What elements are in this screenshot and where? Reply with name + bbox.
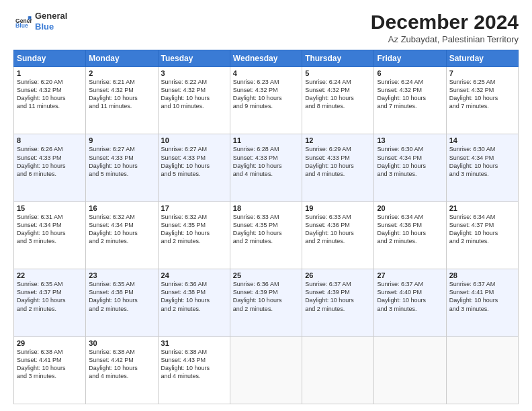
calendar-header-row: SundayMondayTuesdayWednesdayThursdayFrid… [14,50,519,67]
day-number: 23 [89,271,154,279]
calendar-body: 1Sunrise: 6:20 AM Sunset: 4:32 PM Daylig… [14,67,519,404]
day-number: 6 [377,69,443,77]
day-header-monday: Monday [86,50,158,67]
day-header-saturday: Saturday [446,50,518,67]
day-info: Sunrise: 6:32 AM Sunset: 4:35 PM Dayligh… [161,213,227,246]
day-number: 10 [161,136,227,144]
logo: General Blue General Blue [13,11,67,32]
title-block: December 2024 Az Zubaydat, Palestinian T… [371,11,519,44]
calendar-cell: 22Sunrise: 6:35 AM Sunset: 4:37 PM Dayli… [14,269,86,336]
day-info: Sunrise: 6:30 AM Sunset: 4:34 PM Dayligh… [377,145,443,178]
day-number: 25 [233,271,299,279]
day-info: Sunrise: 6:28 AM Sunset: 4:33 PM Dayligh… [233,145,299,178]
day-number: 1 [17,69,83,77]
day-number: 15 [17,204,83,212]
day-header-friday: Friday [374,50,446,67]
logo-line2: Blue [35,21,67,32]
day-number: 13 [377,136,443,144]
week-row: 29Sunrise: 6:38 AM Sunset: 4:41 PM Dayli… [14,336,519,404]
calendar-cell: 30Sunrise: 6:38 AM Sunset: 4:42 PM Dayli… [86,336,158,404]
calendar-cell: 21Sunrise: 6:34 AM Sunset: 4:37 PM Dayli… [446,201,518,269]
calendar-cell: 16Sunrise: 6:32 AM Sunset: 4:34 PM Dayli… [86,201,158,269]
calendar-cell: 7Sunrise: 6:25 AM Sunset: 4:32 PM Daylig… [446,67,518,134]
calendar-cell: 29Sunrise: 6:38 AM Sunset: 4:41 PM Dayli… [14,336,86,404]
day-info: Sunrise: 6:38 AM Sunset: 4:42 PM Dayligh… [89,348,154,381]
calendar-cell: 20Sunrise: 6:34 AM Sunset: 4:36 PM Dayli… [374,201,446,269]
week-row: 1Sunrise: 6:20 AM Sunset: 4:32 PM Daylig… [14,67,519,134]
calendar-cell: 14Sunrise: 6:30 AM Sunset: 4:34 PM Dayli… [446,134,518,201]
calendar-cell: 10Sunrise: 6:27 AM Sunset: 4:33 PM Dayli… [158,134,230,201]
calendar-cell: 6Sunrise: 6:24 AM Sunset: 4:32 PM Daylig… [374,67,446,134]
day-info: Sunrise: 6:36 AM Sunset: 4:38 PM Dayligh… [161,280,227,313]
day-number: 2 [89,69,154,77]
day-number: 18 [233,204,299,212]
day-info: Sunrise: 6:26 AM Sunset: 4:33 PM Dayligh… [17,145,83,178]
week-row: 22Sunrise: 6:35 AM Sunset: 4:37 PM Dayli… [14,269,519,336]
day-header-tuesday: Tuesday [158,50,230,67]
week-row: 8Sunrise: 6:26 AM Sunset: 4:33 PM Daylig… [14,134,519,201]
logo-icon: General Blue [13,12,32,31]
day-info: Sunrise: 6:32 AM Sunset: 4:34 PM Dayligh… [89,213,154,246]
day-number: 12 [305,136,371,144]
day-number: 3 [161,69,227,77]
day-info: Sunrise: 6:27 AM Sunset: 4:33 PM Dayligh… [89,145,154,178]
day-number: 19 [305,204,371,212]
day-header-wednesday: Wednesday [230,50,302,67]
calendar-cell [302,336,374,404]
page: General Blue General Blue December 2024 … [0,0,532,411]
calendar-cell: 2Sunrise: 6:21 AM Sunset: 4:32 PM Daylig… [86,67,158,134]
calendar-cell: 4Sunrise: 6:23 AM Sunset: 4:32 PM Daylig… [230,67,302,134]
day-header-sunday: Sunday [14,50,86,67]
calendar-cell: 5Sunrise: 6:24 AM Sunset: 4:32 PM Daylig… [302,67,374,134]
calendar-cell: 23Sunrise: 6:35 AM Sunset: 4:38 PM Dayli… [86,269,158,336]
day-number: 29 [17,339,83,347]
calendar-cell [446,336,518,404]
day-info: Sunrise: 6:38 AM Sunset: 4:43 PM Dayligh… [161,348,227,381]
calendar-cell: 19Sunrise: 6:33 AM Sunset: 4:36 PM Dayli… [302,201,374,269]
day-info: Sunrise: 6:36 AM Sunset: 4:39 PM Dayligh… [233,280,299,313]
day-number: 21 [449,204,515,212]
day-number: 4 [233,69,299,77]
day-info: Sunrise: 6:34 AM Sunset: 4:36 PM Dayligh… [377,213,443,246]
day-info: Sunrise: 6:21 AM Sunset: 4:32 PM Dayligh… [89,78,154,111]
day-number: 24 [161,271,227,279]
day-info: Sunrise: 6:27 AM Sunset: 4:33 PM Dayligh… [161,145,227,178]
calendar-cell: 12Sunrise: 6:29 AM Sunset: 4:33 PM Dayli… [302,134,374,201]
day-number: 16 [89,204,154,212]
day-info: Sunrise: 6:23 AM Sunset: 4:32 PM Dayligh… [233,78,299,111]
day-number: 5 [305,69,371,77]
day-info: Sunrise: 6:29 AM Sunset: 4:33 PM Dayligh… [305,145,371,178]
day-number: 9 [89,136,154,144]
calendar-cell: 8Sunrise: 6:26 AM Sunset: 4:33 PM Daylig… [14,134,86,201]
subtitle: Az Zubaydat, Palestinian Territory [371,34,519,44]
calendar-cell: 15Sunrise: 6:31 AM Sunset: 4:34 PM Dayli… [14,201,86,269]
svg-text:Blue: Blue [15,22,28,29]
calendar-cell: 13Sunrise: 6:30 AM Sunset: 4:34 PM Dayli… [374,134,446,201]
day-info: Sunrise: 6:24 AM Sunset: 4:32 PM Dayligh… [305,78,371,111]
day-number: 7 [449,69,515,77]
day-info: Sunrise: 6:37 AM Sunset: 4:41 PM Dayligh… [449,280,515,313]
day-info: Sunrise: 6:34 AM Sunset: 4:37 PM Dayligh… [449,213,515,246]
calendar-cell: 27Sunrise: 6:37 AM Sunset: 4:40 PM Dayli… [374,269,446,336]
day-number: 31 [161,339,227,347]
calendar-cell: 17Sunrise: 6:32 AM Sunset: 4:35 PM Dayli… [158,201,230,269]
day-info: Sunrise: 6:20 AM Sunset: 4:32 PM Dayligh… [17,78,83,111]
main-title: December 2024 [371,11,519,33]
day-number: 11 [233,136,299,144]
day-info: Sunrise: 6:35 AM Sunset: 4:37 PM Dayligh… [17,280,83,313]
day-info: Sunrise: 6:33 AM Sunset: 4:35 PM Dayligh… [233,213,299,246]
day-number: 20 [377,204,443,212]
day-number: 17 [161,204,227,212]
day-info: Sunrise: 6:33 AM Sunset: 4:36 PM Dayligh… [305,213,371,246]
calendar-cell: 9Sunrise: 6:27 AM Sunset: 4:33 PM Daylig… [86,134,158,201]
day-number: 30 [89,339,154,347]
calendar-cell: 11Sunrise: 6:28 AM Sunset: 4:33 PM Dayli… [230,134,302,201]
day-number: 28 [449,271,515,279]
calendar-cell: 28Sunrise: 6:37 AM Sunset: 4:41 PM Dayli… [446,269,518,336]
day-number: 8 [17,136,83,144]
day-info: Sunrise: 6:31 AM Sunset: 4:34 PM Dayligh… [17,213,83,246]
day-info: Sunrise: 6:30 AM Sunset: 4:34 PM Dayligh… [449,145,515,178]
calendar-cell: 31Sunrise: 6:38 AM Sunset: 4:43 PM Dayli… [158,336,230,404]
day-info: Sunrise: 6:24 AM Sunset: 4:32 PM Dayligh… [377,78,443,111]
day-info: Sunrise: 6:37 AM Sunset: 4:39 PM Dayligh… [305,280,371,313]
